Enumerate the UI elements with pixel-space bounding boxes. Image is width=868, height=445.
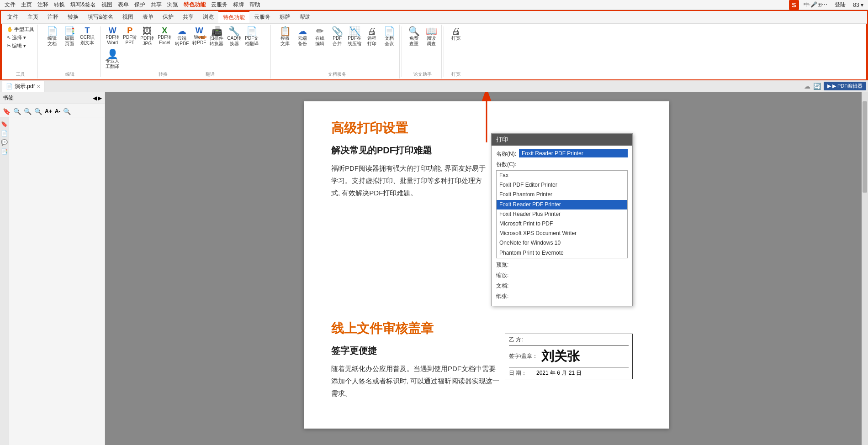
scan-convert-btn[interactable]: 📠 扫描件转换器 bbox=[208, 26, 225, 47]
reading-icon: 📖 bbox=[426, 26, 437, 36]
sidebar-tool-0[interactable]: 🔖 bbox=[2, 107, 11, 116]
edit-doc-btn[interactable]: 📄 编辑文档 bbox=[44, 26, 60, 47]
word-to-pdf-btn[interactable]: W Word转PDF PDF bbox=[191, 26, 207, 47]
strip-icon-0[interactable]: 🔖 bbox=[1, 121, 8, 127]
cloud-convert-btn[interactable]: ☁ 云端转PDF bbox=[174, 26, 190, 47]
menu-view[interactable]: 视图 bbox=[99, 0, 115, 10]
sig-name-row: 签字/盖章： 刘关张 bbox=[505, 346, 632, 367]
printer-ms-xps[interactable]: Microsoft XPS Document Writer bbox=[497, 229, 627, 238]
logo-text: 中·🎤⊞⋯ bbox=[801, 0, 830, 10]
tab-sign[interactable]: 填写&签名 bbox=[83, 11, 118, 23]
pdf-translate-btn[interactable]: 📄 PDF文档翻译 bbox=[243, 26, 260, 47]
cloud-backup-btn[interactable]: ☁ 云端备份 bbox=[294, 26, 311, 47]
sidebar-tool-2[interactable]: 🔍 bbox=[23, 107, 32, 116]
strip-icon-3[interactable]: 📑 bbox=[1, 148, 8, 155]
tab-form[interactable]: 表单 bbox=[138, 11, 158, 23]
pdf-scroll-area[interactable]: 高级打印设置 解决常见的PDF打印难题 福昕PDF阅读器拥有强大的打印功能, 界… bbox=[105, 92, 868, 445]
print-items: 🖨 打宽 bbox=[448, 26, 464, 70]
menu-sign[interactable]: 填写&签名 bbox=[68, 0, 99, 10]
tab-home[interactable]: 主页 bbox=[23, 11, 43, 23]
tab-cloud[interactable]: 云服务 bbox=[249, 11, 275, 23]
scrollbar[interactable] bbox=[862, 92, 868, 445]
doc-meeting-btn[interactable]: 📄 文档会议 bbox=[381, 26, 397, 47]
printer-foxit-plus[interactable]: Foxit Reader Plus Printer bbox=[497, 209, 627, 219]
sidebar-tool-4[interactable]: A+ bbox=[44, 107, 53, 115]
printer-phantom-evernote[interactable]: Phantom Print to Evernote bbox=[497, 248, 627, 258]
printer-foxit-editor[interactable]: Foxit PDF Editor Printer bbox=[497, 180, 627, 190]
menu-convert[interactable]: 转换 bbox=[51, 0, 68, 10]
pdf-merge-btn[interactable]: 📎 PDF合并 bbox=[329, 26, 345, 47]
sidebar-tool-6[interactable]: 🔍 bbox=[62, 107, 72, 116]
print-name-value[interactable]: Foxit Reader PDF Printer bbox=[519, 149, 628, 157]
print-dialog: 打印 名称(N): Foxit Reader PDF Printer 份数(C) bbox=[491, 133, 633, 306]
select-btn[interactable]: ↖ 选择 ▾ bbox=[5, 34, 36, 42]
menu-share[interactable]: 共享 bbox=[148, 0, 164, 10]
pdf-page: 高级打印设置 解决常见的PDF打印难题 福昕PDF阅读器拥有强大的打印功能, 界… bbox=[304, 101, 669, 429]
print-paper-label: 纸张: bbox=[496, 292, 519, 300]
remote-print-btn[interactable]: 🖨 远程打印 bbox=[364, 26, 380, 47]
tools-items: ✋ 手型工具 ↖ 选择 ▾ ✂ 编辑 ▾ bbox=[5, 26, 36, 70]
menu-special[interactable]: 特色功能 bbox=[181, 0, 208, 10]
cad-convert-btn[interactable]: 🔧 CAD转换器 bbox=[226, 26, 243, 47]
edit-btn[interactable]: ✂ 编辑 ▾ bbox=[5, 42, 36, 50]
doc-meeting-icon: 📄 bbox=[384, 26, 395, 36]
sidebar-nav-prev[interactable]: ◀ bbox=[93, 95, 97, 101]
human-translate-btn[interactable]: 👤 专业人工翻译 bbox=[104, 48, 121, 70]
word-icon: W bbox=[109, 26, 116, 35]
pdf-to-jpg-btn[interactable]: 🖼 PDF转JPG bbox=[139, 26, 155, 47]
menu-cloud[interactable]: 云服务 bbox=[208, 0, 230, 10]
sidebar-nav-next[interactable]: ▶ bbox=[98, 95, 102, 101]
tab-billboard[interactable]: 标牌 bbox=[275, 11, 295, 23]
template-lib-btn[interactable]: 📋 模板文库 bbox=[277, 26, 293, 47]
menu-comment[interactable]: 注释 bbox=[35, 0, 51, 10]
plagiarism-btn[interactable]: 🔍 免费查重 bbox=[406, 26, 422, 47]
edit-page-btn[interactable]: 📑 编辑页面 bbox=[61, 26, 78, 47]
sidebar-tool-3[interactable]: 🔍 bbox=[33, 107, 43, 116]
menu-form[interactable]: 表单 bbox=[115, 0, 132, 10]
zoom-level[interactable]: 83 ▾ bbox=[850, 1, 866, 9]
printer-foxit-reader[interactable]: Foxit Reader PDF Printer bbox=[497, 200, 627, 209]
strip-icon-1[interactable]: 📄 bbox=[1, 130, 8, 136]
hand-tool-btn[interactable]: ✋ 手型工具 bbox=[5, 26, 36, 33]
printer-ms-pdf[interactable]: Microsoft Print to PDF bbox=[497, 219, 627, 229]
sidebar-tool-5[interactable]: A- bbox=[54, 107, 62, 115]
menu-help[interactable]: 帮助 bbox=[247, 0, 263, 10]
menu-browse[interactable]: 浏览 bbox=[164, 0, 181, 10]
login-btn[interactable]: 登陆 bbox=[832, 0, 848, 10]
file-tab[interactable]: 📄 演示.pdf ✕ bbox=[2, 81, 44, 92]
tab-protect[interactable]: 保护 bbox=[158, 11, 178, 23]
reading-survey-btn[interactable]: 📖 阅读调查 bbox=[423, 26, 439, 47]
online-edit-btn[interactable]: ✏ 在线编辑 bbox=[312, 26, 328, 47]
strip-icon-2[interactable]: 💬 bbox=[1, 139, 8, 146]
menu-billboard[interactable]: 标牌 bbox=[230, 0, 247, 10]
ocr-btn[interactable]: T OCR识别文本 bbox=[79, 26, 96, 47]
tab-browse[interactable]: 浏览 bbox=[198, 11, 218, 23]
ocr-icon: T bbox=[85, 26, 90, 35]
divider5 bbox=[444, 26, 444, 77]
tab-comment[interactable]: 注释 bbox=[43, 11, 63, 23]
scrollbar-thumb[interactable] bbox=[863, 101, 867, 193]
printer-foxit-phantom[interactable]: Foxit Phantom Printer bbox=[497, 190, 627, 199]
print-list[interactable]: Fax Foxit PDF Editor Printer Foxit Phant… bbox=[496, 170, 628, 258]
pdf-to-ppt-btn[interactable]: P PDF转PPT bbox=[122, 26, 138, 47]
online-compress-btn[interactable]: 📉 PDF在线压缩 bbox=[346, 26, 363, 47]
menu-protect[interactable]: 保护 bbox=[132, 0, 148, 10]
tab-view[interactable]: 视图 bbox=[118, 11, 138, 23]
printer-onenote[interactable]: OneNote for Windows 10 bbox=[497, 238, 627, 248]
remote-print-icon: 🖨 bbox=[367, 26, 376, 36]
tab-special[interactable]: 特色功能 bbox=[218, 11, 249, 23]
menu-home[interactable]: 主页 bbox=[18, 0, 35, 10]
sidebar-tool-1[interactable]: 🔍 bbox=[12, 107, 22, 116]
pdf-to-word-btn[interactable]: W PDF转Word bbox=[104, 26, 121, 47]
pdf-to-excel-btn[interactable]: X PDF转Excel bbox=[156, 26, 173, 47]
menu-file[interactable]: 文件 bbox=[2, 0, 18, 10]
pdf-editor-btn[interactable]: ▶ ▶ PDF编辑器 bbox=[824, 82, 866, 90]
file-tab-close[interactable]: ✕ bbox=[37, 84, 40, 89]
printer-fax[interactable]: Fax bbox=[497, 171, 627, 180]
tab-file[interactable]: 文件 bbox=[3, 11, 23, 23]
sig-date-label: 日 期： bbox=[509, 369, 536, 377]
tab-convert[interactable]: 转换 bbox=[63, 11, 83, 23]
print-wide-btn[interactable]: 🖨 打宽 bbox=[448, 26, 464, 42]
tab-share[interactable]: 共享 bbox=[178, 11, 198, 23]
tab-help[interactable]: 帮助 bbox=[295, 11, 315, 23]
